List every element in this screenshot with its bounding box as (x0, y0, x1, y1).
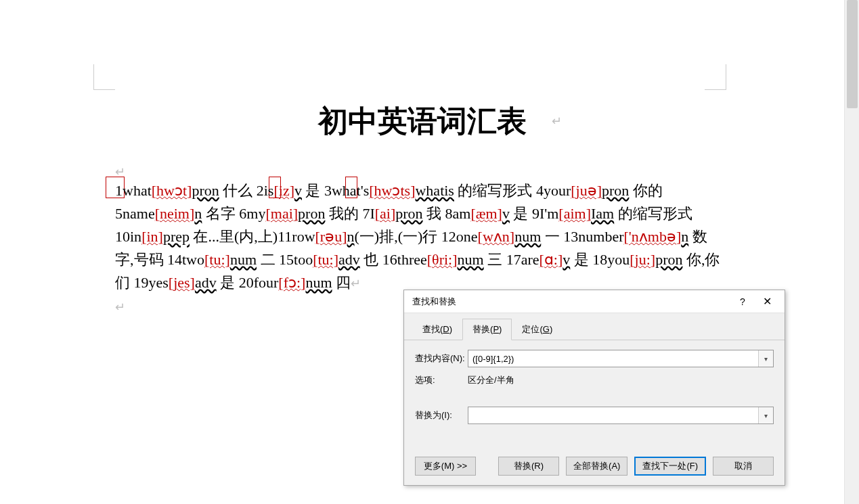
options-label: 选项: (415, 374, 468, 386)
dialog-titlebar[interactable]: 查找和替换 ? ✕ (404, 290, 785, 313)
cancel-button[interactable]: 取消 (713, 457, 774, 476)
tab-goto[interactable]: 定位(G) (512, 319, 563, 340)
scrollbar-thumb[interactable] (847, 0, 858, 108)
page-margin-corner (93, 64, 115, 90)
page-title[interactable]: 初中英语词汇表 (0, 101, 844, 141)
close-button[interactable]: ✕ (755, 292, 779, 311)
dialog-title: 查找和替换 (412, 296, 730, 308)
options-value: 区分全/半角 (468, 374, 514, 386)
paragraph-mark: ↵ (115, 300, 125, 315)
vertical-scrollbar[interactable] (844, 0, 859, 504)
document-body-text[interactable]: 1what[hwɔt]pron 什么 2is[iz]v 是 3what's[hw… (115, 179, 724, 295)
replace-dropdown-button[interactable]: ▾ (758, 407, 773, 423)
paragraph-mark: ↵ (552, 114, 562, 129)
find-what-combo: ▾ (468, 350, 774, 367)
page-margin-corner (705, 64, 726, 90)
find-what-label: 查找内容(N): (415, 352, 468, 365)
find-dropdown-button[interactable]: ▾ (758, 350, 773, 367)
replace-button[interactable]: 替换(R) (498, 457, 559, 476)
find-what-input[interactable] (468, 350, 758, 367)
replace-with-label: 替换为(I): (415, 409, 468, 421)
more-button[interactable]: 更多(M) >> (415, 457, 476, 476)
replace-with-input[interactable] (468, 407, 758, 423)
dialog-button-row: 更多(M) >> 替换(R) 全部替换(A) 查找下一处(F) 取消 (415, 457, 774, 476)
help-button[interactable]: ? (730, 292, 755, 311)
find-replace-dialog: 查找和替换 ? ✕ 查找(D) 替换(P) 定位(G) 查找内容(N): ▾ 选… (403, 290, 785, 486)
dialog-tabs: 查找(D) 替换(P) 定位(G) (404, 313, 785, 340)
replace-all-button[interactable]: 全部替换(A) (566, 457, 627, 476)
tab-replace[interactable]: 替换(P) (462, 319, 512, 340)
replace-with-combo: ▾ (468, 407, 774, 424)
find-next-button[interactable]: 查找下一处(F) (634, 457, 706, 476)
tab-find[interactable]: 查找(D) (412, 319, 462, 340)
dialog-body: 查找内容(N): ▾ 选项: 区分全/半角 替换为(I): ▾ (404, 340, 785, 424)
